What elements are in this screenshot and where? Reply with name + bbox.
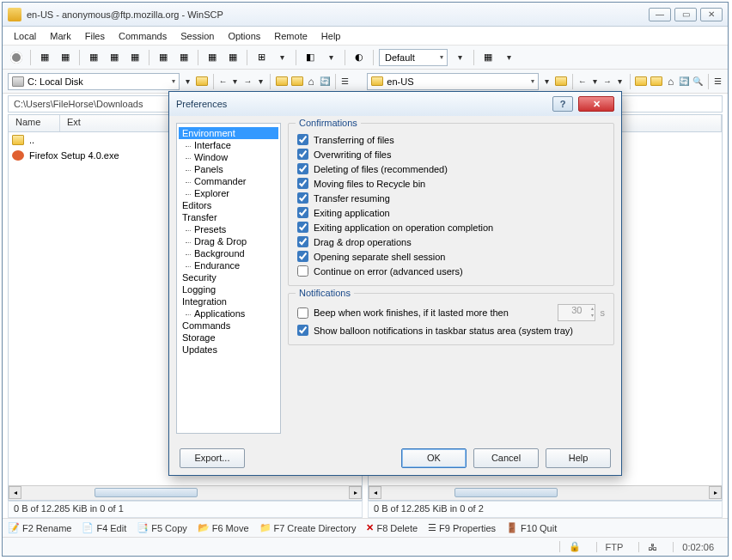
confirmation-checkbox[interactable] bbox=[297, 149, 308, 160]
folder-icon[interactable] bbox=[635, 73, 647, 90]
tool-btn[interactable]: ▦ bbox=[106, 49, 123, 66]
tree-node[interactable]: Commands bbox=[179, 320, 278, 332]
confirmation-checkbox[interactable] bbox=[297, 265, 308, 277]
confirmation-checkbox[interactable] bbox=[297, 178, 308, 189]
tree-node[interactable]: Transfer bbox=[179, 211, 278, 223]
tool-btn[interactable]: ◧ bbox=[302, 49, 319, 66]
tool-btn[interactable]: ⊞ bbox=[253, 49, 270, 66]
tool-btn[interactable]: ▦ bbox=[126, 49, 143, 66]
dialog-close-button[interactable]: ✕ bbox=[578, 96, 614, 112]
fn-rename[interactable]: 📝F2 Rename bbox=[8, 522, 71, 533]
tool-btn[interactable]: ▦ bbox=[224, 49, 241, 66]
dialog-help-button[interactable]: ? bbox=[552, 96, 573, 112]
tool-btn[interactable]: ▦ bbox=[204, 49, 221, 66]
close-button[interactable]: ✕ bbox=[700, 8, 723, 21]
transfer-preset-combo[interactable]: Default bbox=[379, 49, 448, 66]
menu-session[interactable]: Session bbox=[174, 29, 220, 43]
balloon-checkbox[interactable] bbox=[297, 325, 308, 336]
fn-delete[interactable]: ✕F8 Delete bbox=[366, 522, 418, 533]
refresh-icon[interactable]: 🔄 bbox=[320, 73, 330, 90]
tree-node[interactable]: Updates bbox=[179, 344, 278, 356]
cancel-button[interactable]: Cancel bbox=[473, 448, 539, 468]
find-icon[interactable]: 🔍 bbox=[692, 73, 703, 90]
gear-icon[interactable] bbox=[8, 49, 25, 66]
tree-icon[interactable]: ☰ bbox=[340, 73, 350, 90]
titlebar[interactable]: en-US - anonymous@ftp.mozilla.org - WinS… bbox=[3, 3, 728, 27]
chevron-down-icon[interactable]: ▾ bbox=[183, 73, 192, 90]
tree-node[interactable]: Presets bbox=[179, 223, 278, 235]
chevron-down-icon[interactable]: ▾ bbox=[500, 49, 517, 66]
forward-icon[interactable]: → bbox=[243, 73, 253, 90]
confirmation-checkbox[interactable] bbox=[297, 163, 308, 174]
chevron-down-icon[interactable]: ▾ bbox=[590, 73, 600, 90]
dialog-titlebar[interactable]: Preferences ? ✕ bbox=[169, 92, 621, 116]
chevron-down-icon[interactable]: ▾ bbox=[256, 73, 265, 90]
tree-node[interactable]: Commander bbox=[179, 175, 278, 187]
forward-icon[interactable]: → bbox=[603, 73, 613, 90]
beep-checkbox[interactable] bbox=[297, 307, 308, 319]
back-icon[interactable]: ← bbox=[577, 73, 587, 90]
folder-icon[interactable] bbox=[276, 73, 288, 90]
open-folder-icon[interactable] bbox=[196, 73, 208, 90]
confirmation-checkbox[interactable] bbox=[297, 251, 308, 262]
beep-seconds-spinner[interactable]: 30 bbox=[558, 304, 595, 321]
chevron-down-icon[interactable]: ▾ bbox=[322, 49, 339, 66]
tree-node[interactable]: Editors bbox=[179, 199, 278, 211]
tool-btn[interactable]: ▦ bbox=[155, 49, 172, 66]
folder-icon[interactable] bbox=[291, 73, 303, 90]
folder-icon[interactable] bbox=[650, 73, 662, 90]
menu-options[interactable]: Options bbox=[222, 29, 266, 43]
local-drive-combo[interactable]: C: Local Disk bbox=[8, 73, 180, 90]
chevron-down-icon[interactable]: ▾ bbox=[231, 73, 241, 90]
tree-node[interactable]: Logging bbox=[179, 283, 278, 295]
chevron-down-icon[interactable]: ▾ bbox=[273, 49, 290, 66]
home-icon[interactable]: ⌂ bbox=[666, 73, 675, 90]
fn-quit[interactable]: 🚪F10 Quit bbox=[506, 522, 557, 533]
menu-files[interactable]: Files bbox=[79, 29, 111, 43]
tree-node[interactable]: Panels bbox=[179, 163, 278, 175]
menu-local[interactable]: Local bbox=[8, 29, 42, 43]
confirmation-checkbox[interactable] bbox=[297, 134, 308, 145]
confirmation-checkbox[interactable] bbox=[297, 192, 308, 204]
fn-edit[interactable]: 📄F4 Edit bbox=[82, 522, 126, 533]
tree-node[interactable]: Background bbox=[179, 247, 278, 259]
ok-button[interactable]: OK bbox=[401, 448, 467, 468]
home-icon[interactable]: ⌂ bbox=[307, 73, 316, 90]
tool-btn[interactable]: ◐ bbox=[351, 49, 368, 66]
preferences-tree[interactable]: EnvironmentInterfaceWindowPanelsCommande… bbox=[176, 123, 281, 434]
chevron-down-icon[interactable]: ▾ bbox=[542, 73, 552, 90]
fn-copy[interactable]: 📑F5 Copy bbox=[137, 522, 187, 533]
confirmation-checkbox[interactable] bbox=[297, 222, 308, 233]
h-scrollbar[interactable]: ◂▸ bbox=[369, 485, 722, 500]
refresh-icon[interactable]: 🔄 bbox=[679, 73, 689, 90]
menu-remote[interactable]: Remote bbox=[268, 29, 314, 43]
tool-btn[interactable]: ▦ bbox=[36, 49, 53, 66]
export-button[interactable]: Export... bbox=[180, 448, 245, 468]
tree-node[interactable]: Endurance bbox=[179, 259, 278, 271]
tree-icon[interactable]: ☰ bbox=[713, 73, 723, 90]
fn-create-dir[interactable]: 📁F7 Create Directory bbox=[259, 522, 357, 533]
tree-node[interactable]: Interface bbox=[179, 139, 278, 151]
minimize-button[interactable]: — bbox=[649, 8, 671, 21]
chevron-down-icon[interactable]: ▾ bbox=[451, 49, 468, 66]
tree-node[interactable]: Explorer bbox=[179, 187, 278, 199]
back-icon[interactable]: ← bbox=[218, 73, 228, 90]
maximize-button[interactable]: ▭ bbox=[674, 8, 697, 21]
fn-move[interactable]: 📂F6 Move bbox=[198, 522, 249, 533]
confirmation-checkbox[interactable] bbox=[297, 207, 308, 218]
tree-node[interactable]: Storage bbox=[179, 332, 278, 344]
tree-node[interactable]: Drag & Drop bbox=[179, 235, 278, 247]
menu-help[interactable]: Help bbox=[315, 29, 347, 43]
col-name[interactable]: Name bbox=[9, 115, 60, 131]
tool-btn[interactable]: ▦ bbox=[175, 49, 192, 66]
open-folder-icon[interactable] bbox=[555, 73, 567, 90]
tree-node[interactable]: Integration bbox=[179, 295, 278, 307]
fn-properties[interactable]: ☰F9 Properties bbox=[428, 522, 496, 533]
h-scrollbar[interactable]: ◂▸ bbox=[9, 485, 362, 500]
tree-node[interactable]: Security bbox=[179, 271, 278, 283]
tree-node[interactable]: Environment bbox=[179, 127, 278, 139]
confirmation-checkbox[interactable] bbox=[297, 236, 308, 247]
help-button[interactable]: Help bbox=[546, 448, 611, 468]
tool-btn[interactable]: ▦ bbox=[85, 49, 102, 66]
tool-btn[interactable]: ▦ bbox=[57, 49, 74, 66]
